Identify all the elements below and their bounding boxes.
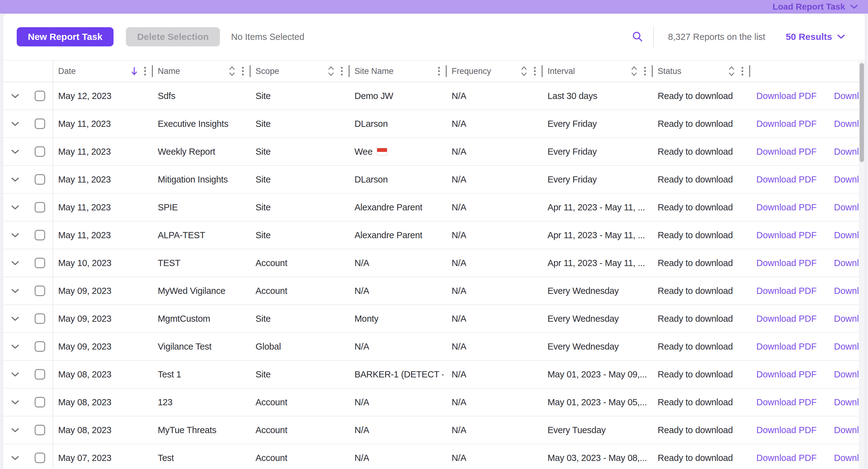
row-expand-chevron-icon[interactable] xyxy=(11,400,20,405)
row-checkbox[interactable] xyxy=(35,119,45,129)
cell-scope: Site xyxy=(251,361,349,388)
download-pdf-link[interactable]: Download PDF xyxy=(756,314,817,324)
row-expand-chevron-icon[interactable] xyxy=(11,344,20,349)
download-pdf-link[interactable]: Download PDF xyxy=(756,286,817,296)
row-checkbox[interactable] xyxy=(35,341,45,352)
row-actions-cell: Download PDF Download xyxy=(750,82,865,110)
download-pdf-link[interactable]: Download PDF xyxy=(756,147,817,157)
sort-toggle-icon[interactable] xyxy=(520,65,528,77)
column-menu-icon[interactable] xyxy=(534,67,536,75)
vertical-scrollbar-track[interactable] xyxy=(859,61,865,469)
row-checkbox[interactable] xyxy=(35,230,45,240)
column-header-frequency[interactable]: Frequency xyxy=(447,61,542,82)
row-checkbox[interactable] xyxy=(35,452,45,463)
download-pdf-link[interactable]: Download PDF xyxy=(756,91,817,101)
table-row: May 08, 2023 MyTue Threats Account N/A N… xyxy=(3,416,865,444)
cell-scope: Site xyxy=(251,138,349,165)
row-expand-chevron-icon[interactable] xyxy=(11,260,20,266)
cell-frequency: N/A xyxy=(447,305,542,332)
table-row: May 09, 2023 Vigilance Test Global N/A N… xyxy=(3,333,865,361)
row-checkbox[interactable] xyxy=(35,146,45,157)
search-icon[interactable] xyxy=(631,30,644,43)
download-pdf-link[interactable]: Download PDF xyxy=(756,397,817,407)
download-pdf-link[interactable]: Download PDF xyxy=(756,369,817,380)
row-expand-chevron-icon[interactable] xyxy=(11,121,20,127)
delete-selection-button[interactable]: Delete Selection xyxy=(126,27,220,46)
row-expand-chevron-icon[interactable] xyxy=(11,177,20,182)
row-expand-chevron-icon[interactable] xyxy=(11,372,20,377)
row-expand-chevron-icon[interactable] xyxy=(11,205,20,210)
sort-toggle-icon[interactable] xyxy=(728,65,735,77)
column-header-scope[interactable]: Scope xyxy=(251,61,349,82)
vertical-scrollbar-thumb[interactable] xyxy=(860,63,864,162)
row-checkbox[interactable] xyxy=(35,425,45,435)
column-menu-icon[interactable] xyxy=(644,67,646,75)
cell-name: 123 xyxy=(153,388,251,416)
column-menu-icon[interactable] xyxy=(742,67,743,75)
column-header-status[interactable]: Status xyxy=(653,61,750,82)
row-expand-chevron-icon[interactable] xyxy=(11,456,20,461)
results-per-page-dropdown[interactable]: 50 Results xyxy=(786,32,845,42)
table-row: May 08, 2023 Test 1 Site BARKER-1 (DETEC… xyxy=(3,361,865,388)
cell-date: May 11, 2023 xyxy=(53,166,153,193)
download-pdf-link[interactable]: Download PDF xyxy=(756,175,817,185)
new-report-task-button[interactable]: New Report Task xyxy=(17,27,114,46)
row-expand-chevron-icon[interactable] xyxy=(11,288,20,293)
row-checkbox-cell xyxy=(27,110,53,137)
row-checkbox[interactable] xyxy=(35,202,45,213)
cell-status: Ready to download xyxy=(653,277,750,305)
cell-name: Test xyxy=(153,444,251,469)
row-checkbox[interactable] xyxy=(35,258,45,268)
cell-status: Ready to download xyxy=(653,305,750,332)
download-pdf-link[interactable]: Download PDF xyxy=(756,425,817,435)
sort-toggle-icon[interactable] xyxy=(327,65,335,77)
row-checkbox[interactable] xyxy=(35,91,45,101)
cell-name: MgmtCustom xyxy=(153,305,251,332)
row-checkbox[interactable] xyxy=(35,397,45,407)
cell-status: Ready to download xyxy=(653,249,750,277)
row-checkbox[interactable] xyxy=(35,313,45,324)
row-checkbox[interactable] xyxy=(35,174,45,185)
column-menu-icon[interactable] xyxy=(438,67,440,75)
row-expand-chevron-icon[interactable] xyxy=(11,149,20,154)
column-menu-icon[interactable] xyxy=(341,67,343,75)
sort-toggle-icon[interactable] xyxy=(630,65,638,77)
download-pdf-link[interactable]: Download PDF xyxy=(756,230,817,240)
download-pdf-link[interactable]: Download PDF xyxy=(756,453,817,463)
column-header-interval[interactable]: Interval xyxy=(542,61,653,82)
row-expand-chevron-icon[interactable] xyxy=(11,316,20,321)
column-header-label: Name xyxy=(158,66,180,76)
row-checkbox[interactable] xyxy=(35,369,45,380)
column-menu-icon[interactable] xyxy=(242,67,244,75)
load-report-task-dropdown[interactable]: Load Report Task xyxy=(773,2,858,12)
row-expand-chevron-icon[interactable] xyxy=(11,93,20,99)
sort-toggle-icon[interactable] xyxy=(228,65,236,77)
column-header-site-name[interactable]: Site Name xyxy=(349,61,447,82)
column-header-date[interactable]: Date xyxy=(53,61,153,82)
top-purple-bar: Load Report Task xyxy=(0,0,868,13)
row-checkbox[interactable] xyxy=(35,286,45,296)
column-menu-icon[interactable] xyxy=(144,67,146,75)
row-actions-cell: Download PDF Download xyxy=(750,166,865,193)
cell-frequency: N/A xyxy=(447,82,542,110)
cell-scope: Site xyxy=(251,82,349,110)
download-pdf-link[interactable]: Download PDF xyxy=(756,342,817,352)
cell-scope: Site xyxy=(251,194,349,221)
chevron-down-icon xyxy=(837,34,845,39)
row-checkbox-cell xyxy=(27,305,53,332)
column-header-name[interactable]: Name xyxy=(153,61,251,82)
cell-date: May 11, 2023 xyxy=(53,194,153,221)
table-row: May 12, 2023 Sdfs Site Demo JW N/A Last … xyxy=(3,82,865,110)
download-pdf-link[interactable]: Download PDF xyxy=(756,258,817,268)
cell-site-name: Alexandre Parent xyxy=(349,221,447,249)
download-pdf-link[interactable]: Download PDF xyxy=(756,119,817,129)
header-checkbox-cell xyxy=(27,61,53,82)
table-body: May 12, 2023 Sdfs Site Demo JW N/A Last … xyxy=(3,82,865,469)
sort-descending-arrow-icon[interactable] xyxy=(130,66,138,76)
cell-scope: Account xyxy=(251,388,349,416)
row-checkbox-cell xyxy=(27,277,53,305)
row-expander-cell xyxy=(3,416,27,444)
row-expand-chevron-icon[interactable] xyxy=(11,232,20,238)
row-expand-chevron-icon[interactable] xyxy=(11,428,20,433)
download-pdf-link[interactable]: Download PDF xyxy=(756,202,817,213)
